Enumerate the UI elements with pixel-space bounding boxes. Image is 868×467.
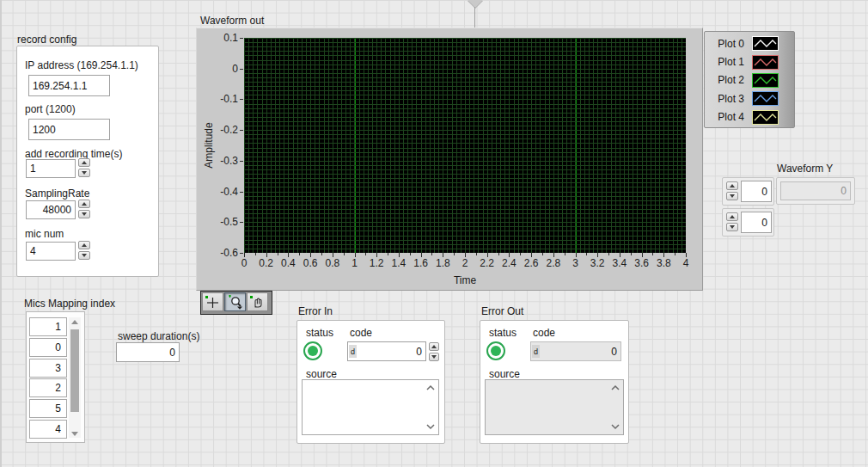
index-top-field[interactable]: 0	[741, 181, 772, 202]
legend-plot-swatch-icon[interactable]	[752, 55, 779, 70]
legend-plot-swatch-icon[interactable]	[752, 73, 779, 88]
splitter-handle-icon[interactable]	[468, 0, 483, 8]
recording-time-field[interactable]: 1	[26, 159, 76, 178]
array-element-field[interactable]: 4	[29, 420, 67, 439]
scroll-up-icon[interactable]	[610, 384, 620, 391]
y-tick-label: -0.2	[199, 124, 238, 136]
error-in-code-field[interactable]: 0	[347, 341, 426, 361]
error-out-group-label: Error Out	[481, 305, 523, 317]
x-tick-mark	[333, 253, 333, 257]
x-minor-tick-mark	[365, 253, 366, 255]
x-minor-tick-mark	[652, 253, 653, 255]
cursor-tool-button[interactable]	[202, 292, 223, 311]
scroll-up-icon[interactable]	[69, 317, 81, 326]
scroll-down-icon[interactable]	[425, 423, 436, 430]
magnifier-icon	[227, 295, 243, 310]
legend-item[interactable]: Plot 3	[705, 89, 794, 108]
mic-num-field[interactable]: 4	[26, 242, 76, 261]
crosshair-icon	[205, 295, 221, 309]
x-tick-mark	[443, 253, 443, 257]
x-minor-tick-mark	[278, 253, 278, 255]
decrement-icon[interactable]	[78, 210, 90, 218]
scroll-down-icon[interactable]	[610, 423, 620, 430]
graph-palette[interactable]	[200, 291, 272, 315]
sampling-rate-field[interactable]: 48000	[26, 200, 76, 219]
pan-tool-button[interactable]	[247, 292, 268, 311]
legend-item[interactable]: Plot 4	[705, 108, 794, 126]
array-element-field[interactable]: 2	[29, 378, 67, 397]
y-tick-mark	[240, 130, 243, 131]
increment-icon[interactable]	[78, 158, 90, 167]
decrement-icon[interactable]	[78, 251, 90, 260]
array-element-field[interactable]: 1	[29, 317, 67, 336]
error-out-status-led[interactable]	[486, 341, 505, 360]
x-minor-tick-mark	[476, 253, 477, 255]
legend-item[interactable]: Plot 0	[705, 34, 794, 52]
legend-item[interactable]: Plot 1	[705, 52, 794, 71]
x-minor-tick-mark	[608, 253, 609, 255]
recording-time-stepper[interactable]	[78, 158, 90, 177]
scroll-down-icon[interactable]	[69, 429, 81, 438]
error-in-code-radix[interactable]: d	[349, 345, 357, 358]
x-tick-mark	[531, 253, 532, 257]
x-tick-mark	[421, 253, 422, 257]
legend-plot-swatch-icon[interactable]	[752, 36, 779, 51]
legend-item[interactable]: Plot 2	[705, 71, 794, 89]
error-out-code-field: 0	[530, 341, 621, 361]
increment-icon[interactable]	[726, 212, 738, 221]
plot-area[interactable]	[244, 38, 686, 253]
array-scrollbar[interactable]	[69, 317, 81, 438]
index-top-stepper[interactable]	[726, 181, 738, 200]
y-tick-mark	[240, 161, 243, 162]
x-tick-mark	[266, 253, 267, 257]
x-tick-mark	[509, 253, 510, 257]
recording-time-label: add recording time(s)	[25, 148, 122, 160]
waveform-y-index-bottom: 0	[722, 208, 774, 237]
index-bottom-field[interactable]: 0	[741, 212, 772, 233]
legend-item-label: Plot 2	[705, 74, 744, 86]
decrement-icon[interactable]	[726, 223, 738, 231]
zoom-tool-button[interactable]	[224, 292, 246, 311]
x-tick-mark	[576, 253, 577, 257]
x-minor-tick-mark	[388, 253, 388, 255]
mic-num-label: mic num	[25, 228, 64, 240]
error-in-status-led[interactable]	[303, 341, 322, 360]
decrement-icon[interactable]	[78, 169, 90, 177]
ip-address-field[interactable]: 169.254.1.1	[28, 75, 110, 96]
decrement-icon[interactable]	[726, 192, 738, 200]
increment-icon[interactable]	[78, 200, 90, 208]
error-out-code-label: code	[533, 327, 555, 339]
labview-front-panel: record config IP address (169.254.1.1) 1…	[0, 0, 868, 467]
increment-icon[interactable]	[726, 181, 738, 190]
sampling-rate-stepper[interactable]	[78, 200, 90, 218]
plot-legend[interactable]: Plot 0 Plot 1 Plot 2 Plot 3 Plot 4	[704, 31, 795, 128]
array-element-field[interactable]: 5	[29, 399, 67, 418]
x-tick-mark	[465, 253, 466, 257]
scrollbar-thumb[interactable]	[70, 329, 79, 412]
legend-plot-swatch-icon[interactable]	[752, 91, 779, 106]
x-tick-mark	[686, 253, 687, 257]
index-bottom-stepper[interactable]	[726, 212, 738, 231]
scroll-up-icon[interactable]	[425, 384, 436, 391]
increment-icon[interactable]	[429, 342, 439, 351]
x-minor-tick-mark	[321, 253, 322, 255]
port-field[interactable]: 1200	[28, 119, 110, 140]
sweep-duration-field[interactable]: 0	[116, 342, 180, 362]
increment-icon[interactable]	[78, 241, 90, 249]
error-in-group-label: Error In	[298, 305, 333, 317]
x-minor-tick-mark	[631, 253, 632, 255]
y-tick-mark	[240, 69, 243, 70]
legend-item-label: Plot 3	[705, 93, 744, 105]
array-element-field[interactable]: 0	[29, 338, 67, 357]
legend-plot-swatch-icon[interactable]	[752, 110, 779, 125]
y-tick-label: -0.1	[199, 93, 238, 105]
waveform-chart[interactable]: Amplitude Time 0.10-0.1-0.2-0.3-0.4-0.5-…	[196, 28, 703, 291]
error-in-source-field[interactable]	[302, 379, 439, 435]
array-element-field[interactable]: 3	[29, 359, 67, 378]
mic-num-stepper[interactable]	[78, 241, 90, 260]
error-in-code-stepper[interactable]	[429, 342, 439, 361]
x-tick-mark	[399, 253, 400, 257]
x-minor-tick-mark	[454, 253, 455, 255]
legend-item-label: Plot 1	[705, 56, 744, 68]
decrement-icon[interactable]	[429, 353, 439, 361]
